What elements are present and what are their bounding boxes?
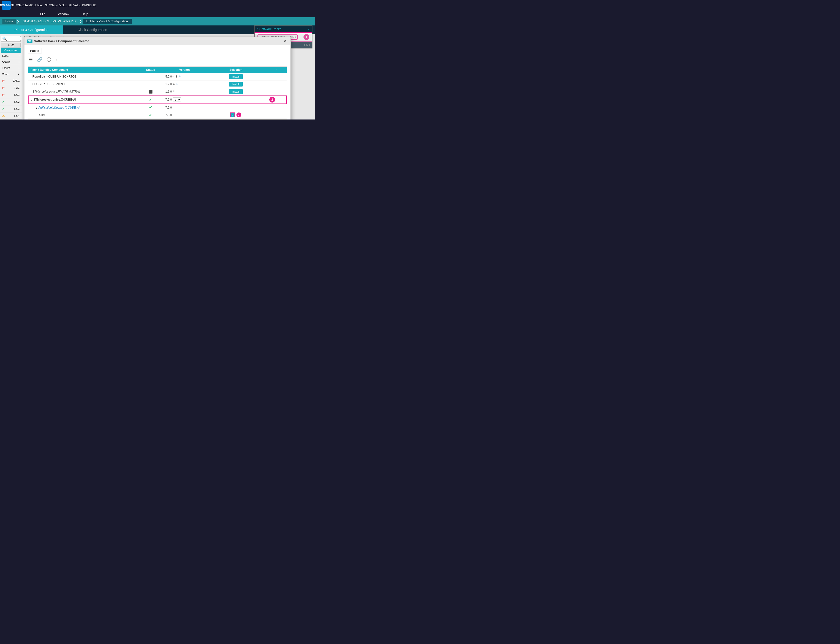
app-logo: STM32 CubeMX: [2, 1, 11, 10]
breadcrumb-arrow1: ❯: [16, 20, 20, 23]
dash-cell: [266, 80, 287, 88]
search-box[interactable]: 🔍: [1, 36, 21, 42]
breadcrumb-active[interactable]: Untitled - Pinout & Configuration: [83, 19, 132, 24]
status-cell: ✔: [138, 95, 163, 104]
expand-icon[interactable]: ›: [31, 75, 31, 78]
selection-cell: Install: [206, 88, 266, 95]
col-header-pack: Pack / Bundle / Component: [28, 67, 138, 73]
sidebar-item-conn[interactable]: Conn... ∨: [0, 71, 21, 77]
error-icon-i2c1: ⊘: [2, 93, 5, 97]
check-icon-i2c3: ✓: [2, 107, 5, 111]
sidebar-item-i2c1[interactable]: ⊘ I2C1: [0, 91, 21, 99]
table-row: ›SEGGER.I-CUBE-embOS 1.2.0 ⬇ ↻: [28, 80, 287, 88]
sidebar-item-analog[interactable]: Analog ›: [0, 59, 21, 65]
sidebar-label-can1: CAN1: [13, 79, 20, 82]
menu-file[interactable]: File: [39, 11, 47, 17]
install-button[interactable]: Install: [229, 89, 243, 94]
selection-cell: [206, 119, 266, 120]
table-row: ›STMicroelectronics.FP-ATR-ASTRA1 ⬛ 1.1.…: [28, 88, 287, 95]
check-icon-i2c2: ✓: [2, 100, 5, 104]
version-cell: 7.2.0 ∨: [163, 95, 206, 104]
xcube-ai-row: ∨STMicroelectronics.X-CUBE-AI ✔ 7.2.0 ∨: [28, 95, 287, 104]
version-cell: 7.2.0: [163, 104, 206, 111]
install-button[interactable]: Install: [229, 74, 243, 79]
sidebar-label-syst: Syst...: [2, 54, 10, 57]
dialog-overlay: MX Software Packs Component Selector ✕ P…: [22, 34, 315, 120]
dialog: MX Software Packs Component Selector ✕ P…: [24, 36, 291, 120]
table-row: ∨ Artificial Intelligence X-CUBE-AI ✔ 7.…: [28, 104, 287, 111]
dialog-title-text: MX Software Packs Component Selector: [27, 39, 89, 43]
version-cell: 1.1.0 ⬇: [163, 88, 206, 95]
link-icon[interactable]: 🔗: [36, 56, 43, 63]
categories-button[interactable]: Categories: [1, 48, 21, 53]
green-check-icon: ✔: [149, 105, 152, 110]
sidebar: 🔍 A->Z Categories Syst... › Analog › Tim…: [0, 34, 22, 120]
sidebar-label-timers: Timers: [2, 66, 10, 69]
col-header-selection: Selection: [206, 67, 266, 73]
tab-pinout[interactable]: Pinout & Configuration: [0, 25, 63, 34]
pack-name-cell: ∨STMicroelectronics.X-CUBE-AI: [28, 95, 138, 104]
menu-help[interactable]: Help: [80, 11, 90, 17]
error-icon-can1: ⊘: [2, 79, 5, 83]
dash-cell: [266, 104, 287, 111]
breadcrumb-board[interactable]: STM32L4R9ZIJx - STEVAL-STWINKT1B: [20, 19, 79, 24]
az-button[interactable]: A->Z: [1, 43, 21, 48]
selection-cell: [206, 104, 266, 111]
breadcrumb-home[interactable]: Home: [2, 19, 16, 24]
chevron-right-toolbar-icon[interactable]: ›: [54, 57, 58, 63]
download-icon: ⬇: [175, 75, 178, 78]
list-icon[interactable]: ☰: [28, 56, 34, 63]
download-icon: ⬇: [173, 82, 175, 86]
close-button[interactable]: ✕: [282, 38, 288, 44]
search-input[interactable]: [7, 37, 21, 40]
sidebar-item-syst[interactable]: Syst... ›: [0, 53, 21, 59]
green-check-icon: ✔: [149, 113, 152, 117]
badge-2: 2: [269, 97, 275, 102]
software-packs-label: ^ Software Packs: [257, 27, 281, 31]
packs-table-scroll[interactable]: Pack / Bundle / Component Status Version…: [28, 66, 287, 120]
sidebar-label-analog: Analog: [2, 60, 10, 63]
chip-icon: ⬛: [149, 90, 152, 94]
sidebar-label-i2c2: I2C2: [14, 100, 20, 103]
download-icon: ⬇: [173, 90, 175, 93]
chevron-down-icon-conn: ∨: [18, 72, 20, 76]
breadcrumb: Home ❯ STM32L4R9ZIJx - STEVAL-STWINKT1B …: [0, 17, 315, 25]
expand-icon[interactable]: ›: [31, 83, 31, 85]
sidebar-item-timers[interactable]: Timers ›: [0, 65, 21, 71]
error-icon-fmc: ⊘: [2, 86, 5, 90]
col-header-status: Status: [138, 67, 163, 73]
expand-open-icon[interactable]: ∨: [31, 98, 33, 101]
expand-icon[interactable]: ›: [31, 90, 31, 93]
selection-cell: Install: [206, 73, 266, 80]
warning-icon-i2c4: ⚠: [2, 114, 5, 118]
title-bar: STM32 CubeMX STM32CubeMX Untitled: STM32…: [0, 0, 315, 11]
sidebar-item-i2c4[interactable]: ⚠ I2C4: [0, 112, 21, 120]
sidebar-item-i2c2[interactable]: ✓ I2C2: [0, 99, 21, 105]
status-cell: ✔: [138, 111, 163, 119]
version-dropdown[interactable]: ∨: [173, 97, 181, 102]
tab-bar: Pinout & Configuration Clock Configurati…: [0, 25, 315, 34]
refresh-icon: ↻: [176, 82, 178, 86]
pack-name-cell: ›RoweBots.I-CUBE-UNISONRTOS: [28, 73, 138, 80]
badge-3: 3: [236, 112, 241, 117]
install-button[interactable]: Install: [229, 82, 243, 87]
dash-cell: [266, 119, 287, 120]
version-cell: 5.5.0-4 ⬇ ↻: [163, 73, 206, 80]
status-cell: [138, 80, 163, 88]
checked-checkbox[interactable]: ✓: [231, 113, 234, 117]
sidebar-item-can1[interactable]: ⊘ CAN1: [0, 77, 21, 84]
table-row: ›RoweBots.I-CUBE-UNISONRTOS 5.5.0-4 ⬇ ↻: [28, 73, 287, 80]
packs-table: Pack / Bundle / Component Status Version…: [28, 67, 287, 120]
packs-section-label: Packs: [28, 48, 41, 54]
sidebar-item-i2c3[interactable]: ✓ I2C3: [0, 105, 21, 112]
sidebar-label-i2c4: I2C4: [14, 114, 20, 117]
chevron-right-icon: ›: [19, 54, 20, 57]
sidebar-item-fmc[interactable]: ⊘ FMC: [0, 84, 21, 91]
info-icon[interactable]: ⓘ: [46, 56, 52, 63]
tab-clock[interactable]: Clock Configuration: [63, 25, 121, 34]
main-layout: 🔍 A->Z Categories Syst... › Analog › Tim…: [0, 34, 315, 120]
version-cell: 7.2.0: [163, 111, 206, 119]
menu-window[interactable]: Window: [56, 11, 70, 17]
dash-cell: [266, 88, 287, 95]
col-header-dash: -: [266, 67, 287, 73]
